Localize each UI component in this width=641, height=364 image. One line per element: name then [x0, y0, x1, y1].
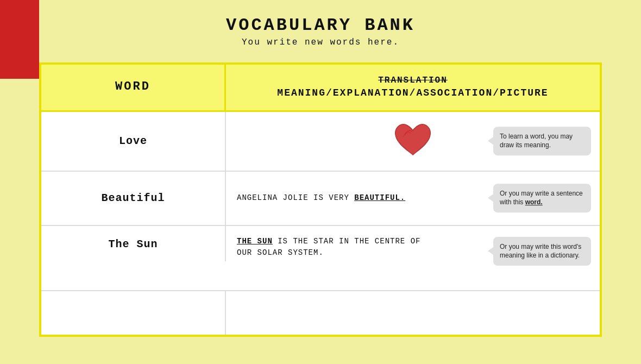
table-row-empty — [41, 291, 600, 335]
red-corner-decoration — [0, 0, 39, 79]
page-title: VOCABULARY BANK — [0, 15, 641, 35]
meaning-label: MEANING/EXPLANATION/ASSOCIATION/PICTURE — [277, 87, 548, 98]
heart-icon — [391, 120, 435, 163]
word-love: Love — [119, 135, 147, 147]
column-header-word: WORD — [41, 65, 226, 110]
meaning-text-beautiful: Angelina Jolie is very beautiful. — [237, 192, 405, 204]
meaning-text-sun: The Sun is the star in the centre ofour … — [237, 236, 420, 259]
table-header: WORD TRANSLATION MEANING/EXPLANATION/ASS… — [41, 65, 600, 112]
meaning-cell-empty — [226, 291, 600, 335]
word-cell-empty — [41, 291, 226, 335]
meaning-cell-sun: The Sun is the star in the centre ofour … — [226, 226, 600, 268]
meaning-cell-beautiful: Angelina Jolie is very beautiful. Or you… — [226, 172, 600, 225]
word-beautiful: Beautiful — [101, 192, 165, 204]
bubble-love: To learn a word, you may draw its meanin… — [493, 127, 591, 156]
meaning-cell-love: To learn a word, you may draw its meanin… — [226, 112, 600, 171]
table-row: Beautiful Angelina Jolie is very beautif… — [41, 172, 600, 226]
word-sun: The Sun — [108, 238, 158, 250]
page-subtitle: You write new words here. — [0, 37, 641, 47]
bubble-beautiful: Or you may write a sentence with this wo… — [493, 184, 591, 213]
translation-strikethrough: TRANSLATION — [237, 74, 589, 86]
header-section: VOCABULARY BANK You write new words here… — [0, 0, 641, 57]
table-row: Love To learn a word, you may draw its m… — [41, 112, 600, 172]
vocabulary-table: WORD TRANSLATION MEANING/EXPLANATION/ASS… — [39, 62, 602, 337]
column-header-meaning: TRANSLATION MEANING/EXPLANATION/ASSOCIAT… — [226, 65, 600, 110]
bubble-sun: Or you may write this word's meaning lik… — [493, 237, 591, 266]
table-row: The Sun The Sun is the star in the centr… — [41, 226, 600, 291]
word-cell-beautiful: Beautiful — [41, 172, 226, 225]
word-cell-sun: The Sun — [41, 226, 226, 261]
word-cell-love: Love — [41, 112, 226, 171]
